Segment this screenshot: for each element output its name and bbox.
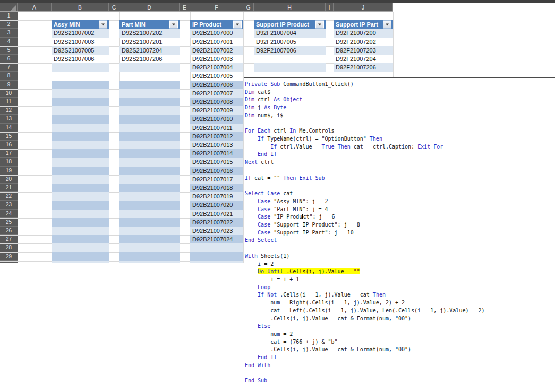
table-cell[interactable]: D92B21007015 (190, 158, 243, 166)
filter-dropdown-icon[interactable] (233, 21, 242, 29)
table-cell[interactable]: D92F21007005 (254, 38, 326, 46)
row-header-6[interactable]: 6 (0, 55, 18, 63)
column-header-A[interactable]: A (18, 3, 52, 12)
chevron-down-icon (386, 23, 389, 25)
column-header-I[interactable]: I (326, 3, 334, 12)
row-header-2[interactable]: 2 (0, 20, 18, 29)
column-header-D[interactable]: D (119, 3, 180, 12)
table-cell[interactable]: D92B21007020 (190, 201, 243, 209)
table-cell[interactable]: D92F21007204 (334, 55, 393, 63)
row-header-5[interactable]: 5 (0, 46, 18, 55)
filter-dropdown-icon[interactable] (383, 21, 391, 29)
row-header-3[interactable]: 3 (0, 29, 18, 37)
column-header-E[interactable]: E (180, 3, 190, 12)
row-header-13[interactable]: 13 (0, 115, 18, 123)
table-cell[interactable]: D92B21007016 (190, 167, 243, 175)
cell-band (52, 89, 109, 98)
row-header-7[interactable]: 7 (0, 63, 18, 72)
row-header-15[interactable]: 15 (0, 132, 18, 141)
row-header-16[interactable]: 16 (0, 141, 18, 149)
table-cell[interactable]: D92S21007005 (52, 46, 109, 55)
column-header-F[interactable]: F (190, 3, 243, 12)
table-cell[interactable]: D92B21007018 (190, 184, 243, 192)
row-header-11[interactable]: 11 (0, 98, 18, 106)
column-header-C[interactable]: C (109, 3, 119, 12)
table-cell[interactable]: D92B21007010 (190, 115, 243, 123)
filter-dropdown-icon[interactable] (99, 21, 107, 29)
table-cell[interactable]: D92B21007009 (190, 106, 243, 115)
cell-band (119, 184, 180, 192)
table-cell[interactable]: D92F21007206 (334, 63, 393, 72)
table-cell[interactable]: D92S21007204 (119, 46, 180, 55)
table-cell[interactable]: D92S21007006 (52, 55, 109, 63)
code-line (245, 182, 555, 190)
table-header-H[interactable]: Support IP Product (254, 20, 326, 29)
table-cell[interactable]: D92B21007005 (190, 72, 243, 80)
table-header-F[interactable]: IP Product (190, 20, 243, 29)
row-header-19[interactable]: 19 (0, 167, 18, 175)
table-cell[interactable]: D92S21007206 (119, 55, 180, 63)
row-header-23[interactable]: 23 (0, 201, 18, 209)
table-cell[interactable]: D92S21007202 (119, 29, 180, 37)
row-header-25[interactable]: 25 (0, 218, 18, 227)
row-header-4[interactable]: 4 (0, 38, 18, 46)
row-header-9[interactable]: 9 (0, 81, 18, 89)
row-header-28[interactable]: 28 (0, 243, 18, 252)
table-cell[interactable]: D92B21007000 (190, 29, 243, 37)
column-header-J[interactable]: J (334, 3, 393, 12)
filter-dropdown-icon[interactable] (169, 21, 178, 29)
table-cell[interactable]: D92S21007002 (52, 29, 109, 37)
table-cell[interactable]: D92B21007019 (190, 192, 243, 201)
row-header-1[interactable]: 1 (0, 12, 18, 20)
table-cell[interactable]: D92B21007024 (190, 235, 243, 243)
table-cell[interactable]: D92B21007014 (190, 149, 243, 158)
row-header-12[interactable]: 12 (0, 106, 18, 115)
row-header-14[interactable]: 14 (0, 124, 18, 132)
select-all-corner[interactable] (0, 3, 18, 12)
row-header-26[interactable]: 26 (0, 227, 18, 235)
column-header-B[interactable]: B (52, 3, 109, 12)
row-header-22[interactable]: 22 (0, 192, 18, 201)
table-cell[interactable]: D92B21007023 (190, 227, 243, 235)
table-cell[interactable]: D92F21007202 (334, 38, 393, 46)
table-cell[interactable]: D92F21007004 (254, 29, 326, 37)
table-cell[interactable]: D92S21007201 (119, 38, 180, 46)
cell-band (119, 227, 180, 235)
table-cell[interactable]: D92F21007203 (334, 46, 393, 55)
table-cell[interactable]: D92B21007001 (190, 38, 243, 46)
table-cell[interactable]: D92B21007002 (190, 46, 243, 55)
table-cell[interactable]: D92B21007004 (190, 63, 243, 72)
cell-band (52, 235, 109, 243)
table-cell[interactable]: D92B21007012 (190, 132, 243, 141)
table-cell[interactable]: D92B21007006 (190, 81, 243, 89)
table-cell[interactable]: D92B21007013 (190, 141, 243, 149)
row-header-20[interactable]: 20 (0, 175, 18, 184)
table-header-D[interactable]: Part MIN (119, 20, 180, 29)
table-header-J[interactable]: Support IP Part (334, 20, 393, 29)
column-header-H[interactable]: H (254, 3, 326, 12)
table-cell[interactable]: D92B21007022 (190, 218, 243, 227)
row-header-8[interactable]: 8 (0, 72, 18, 80)
table-cell[interactable]: D92B21007017 (190, 175, 243, 184)
row-header-18[interactable]: 18 (0, 158, 18, 166)
row-header-27[interactable]: 27 (0, 235, 18, 243)
table-cell[interactable]: D92B21007007 (190, 89, 243, 98)
column-header-G[interactable]: G (243, 3, 254, 12)
filter-dropdown-icon[interactable] (315, 21, 324, 29)
table-cell[interactable]: D92B21007021 (190, 210, 243, 218)
cell-band (52, 141, 109, 149)
row-header-17[interactable]: 17 (0, 149, 18, 158)
table-cell[interactable]: D92F21007006 (254, 46, 326, 55)
row-header-29[interactable]: 29 (0, 252, 18, 261)
table-cell[interactable]: D92B21007003 (190, 55, 243, 63)
table-cell[interactable]: D92B21007011 (190, 124, 243, 132)
table-cell[interactable]: D92S21007003 (52, 38, 109, 46)
table-cell[interactable]: D92F21007200 (334, 29, 393, 37)
table-cell[interactable]: D92B21007008 (190, 98, 243, 106)
row-header-24[interactable]: 24 (0, 210, 18, 218)
table-header-B[interactable]: Assy MIN (52, 20, 109, 29)
chevron-down-icon (172, 23, 175, 25)
row-header-21[interactable]: 21 (0, 184, 18, 192)
vba-code-editor[interactable]: Private Sub CommandButton1_Click()Dim ca… (244, 77, 555, 392)
row-header-10[interactable]: 10 (0, 89, 18, 98)
